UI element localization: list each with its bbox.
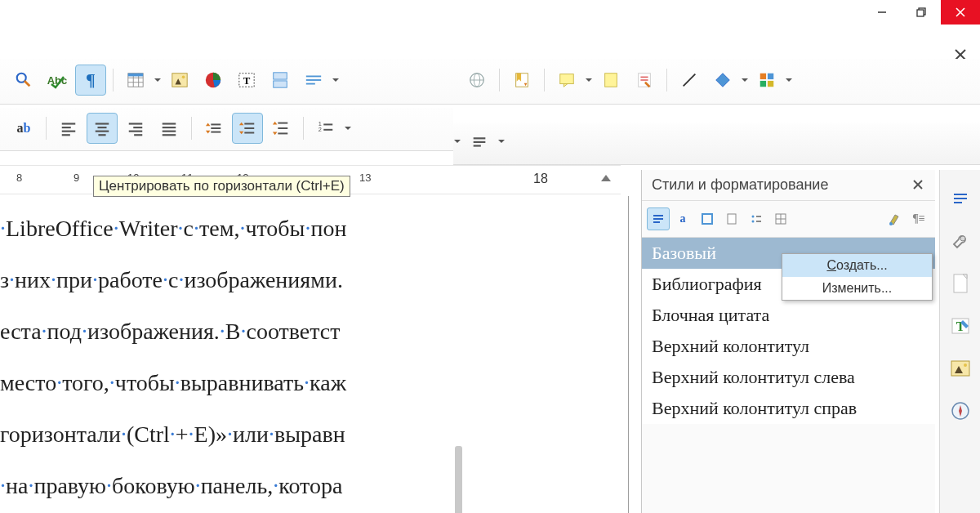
svg-rect-88 [702, 214, 712, 224]
table-dropdown[interactable] [154, 65, 162, 96]
line-spacing-2-icon[interactable] [265, 113, 296, 144]
svg-point-97 [889, 222, 893, 225]
svg-rect-21 [274, 73, 287, 79]
character-format-icon[interactable]: ab [8, 113, 39, 144]
comment-dropdown[interactable] [585, 65, 593, 96]
horizontal-ruler-right[interactable]: 18 [453, 165, 621, 194]
ruler-scroll-up-icon[interactable] [601, 170, 611, 181]
track-changes-icon[interactable] [629, 65, 660, 96]
insert-chart-icon[interactable] [198, 65, 229, 96]
svg-rect-25 [306, 83, 315, 85]
sidebar-page-icon[interactable] [947, 270, 974, 297]
insert-page-break-icon[interactable] [265, 65, 296, 96]
style-item[interactable]: Верхний колонтитул [642, 331, 935, 362]
frame-styles-icon[interactable] [696, 207, 719, 230]
svg-rect-67 [560, 74, 574, 84]
svg-rect-15 [172, 74, 187, 87]
line-tool-icon[interactable] [674, 65, 705, 96]
numbered-list-icon[interactable]: 12 [310, 113, 341, 144]
ruler-mark: 9 [74, 172, 79, 184]
align-center-icon[interactable] [87, 113, 118, 144]
document-line: ·на·правую·боковую·панель,·котора [0, 460, 437, 511]
insert-field-icon[interactable] [298, 65, 329, 96]
svg-marker-50 [239, 123, 244, 126]
numbered-list-dropdown[interactable] [344, 113, 352, 144]
formatting-toolbar-right [453, 123, 980, 165]
svg-line-8 [24, 81, 29, 86]
bullets-dropdown[interactable] [453, 126, 461, 157]
context-menu-modify[interactable]: Изменить... [782, 277, 932, 300]
align-justify-icon[interactable] [154, 113, 185, 144]
fill-format-icon[interactable] [883, 207, 906, 230]
table-styles-icon[interactable] [769, 207, 792, 230]
hyperlink-icon[interactable] [461, 65, 492, 96]
line-spacing-15-icon[interactable] [232, 113, 263, 144]
spellcheck-icon[interactable]: Abc [42, 65, 73, 96]
svg-text:T: T [243, 75, 251, 87]
line-spacing-1-icon[interactable] [198, 113, 229, 144]
scrollbar-thumb[interactable] [455, 446, 462, 513]
sidebar-styles-icon[interactable]: T [947, 312, 974, 340]
svg-marker-75 [716, 74, 730, 87]
text-frame-icon[interactable]: T [231, 65, 262, 96]
insert-image-icon[interactable] [164, 65, 195, 96]
note-icon[interactable] [595, 65, 626, 96]
new-style-icon[interactable]: ¶≡ [907, 207, 930, 230]
bookmark-icon[interactable] [506, 65, 537, 96]
paragraph-styles-icon[interactable] [647, 207, 670, 230]
separator [499, 69, 500, 91]
sidebar-properties-icon[interactable] [947, 227, 974, 255]
basic-shapes-icon[interactable] [707, 65, 738, 96]
field-dropdown[interactable] [332, 65, 340, 96]
svg-rect-76 [760, 74, 766, 79]
align-right-icon[interactable] [120, 113, 151, 144]
comment-icon[interactable] [551, 65, 582, 96]
svg-marker-56 [273, 132, 278, 136]
shapes-dropdown[interactable] [741, 65, 749, 96]
sidebar-settings-icon[interactable] [947, 185, 974, 212]
svg-point-91 [752, 221, 755, 223]
find-replace-icon[interactable] [8, 65, 39, 96]
standard-toolbar: Abc ¶ T [0, 59, 453, 105]
standard-toolbar-right [453, 59, 980, 105]
paragraph-dropdown[interactable] [497, 126, 506, 157]
svg-rect-22 [274, 81, 287, 87]
svg-rect-14 [128, 74, 143, 77]
align-left-icon[interactable] [53, 113, 84, 144]
draw-dropdown[interactable] [785, 65, 793, 96]
style-item[interactable]: Верхний колонтитул слева [642, 362, 935, 393]
sidebar-rail: T [939, 170, 980, 513]
styles-category-toolbar: a ¶≡ [642, 201, 935, 237]
svg-marker-51 [239, 132, 244, 135]
app-window: Abc ¶ T [0, 0, 980, 513]
separator [303, 117, 304, 140]
style-item[interactable]: Верхний колонтитул справ [642, 393, 935, 424]
panel-close-button[interactable] [912, 179, 925, 192]
separator [666, 69, 667, 91]
character-styles-icon[interactable]: a [671, 207, 694, 230]
tooltip: Центрировать по горизонтали (Ctrl+E) [93, 176, 350, 197]
paragraph-format-icon[interactable] [464, 126, 495, 157]
svg-line-74 [684, 74, 696, 87]
draw-functions-icon[interactable] [751, 65, 782, 96]
sidebar-navigator-icon[interactable] [947, 397, 974, 425]
svg-point-17 [182, 76, 185, 79]
svg-text:2: 2 [318, 126, 322, 133]
document-area-right[interactable] [453, 196, 629, 513]
context-menu-create[interactable]: Создать... [782, 254, 932, 277]
styles-panel-title: Стили и форматирование [652, 176, 828, 194]
ruler-mark: 18 [533, 172, 548, 186]
page-styles-icon[interactable] [720, 207, 743, 230]
document-area[interactable]: ·LibreOffice·Writer·с·тем,·чтобы·понз·ни… [0, 203, 437, 511]
svg-point-101 [960, 236, 965, 241]
document-line: место·того,·чтобы·выравнивать·каж [0, 357, 437, 408]
list-styles-icon[interactable] [745, 207, 768, 230]
pilcrow-icon[interactable]: ¶ [75, 65, 106, 96]
right-instance: 18 Стили и форматирование a [453, 0, 980, 513]
svg-rect-107 [951, 361, 969, 376]
svg-rect-89 [728, 214, 736, 224]
sidebar-gallery-icon[interactable] [947, 355, 974, 382]
insert-table-icon[interactable] [120, 65, 151, 96]
style-item[interactable]: Блочная цитата [642, 300, 935, 331]
svg-marker-46 [206, 131, 210, 134]
